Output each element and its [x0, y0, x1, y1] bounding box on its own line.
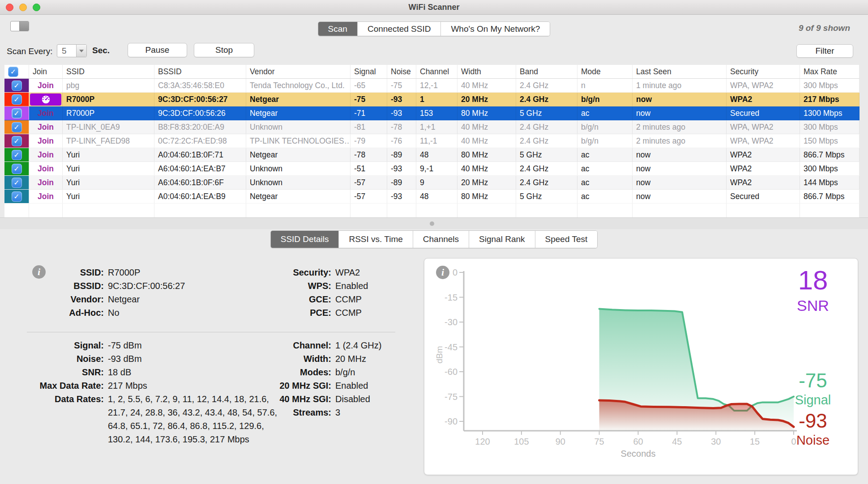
- empty-cell: [351, 204, 387, 217]
- detail-field: 20 MHz SGI:Enabled: [224, 379, 394, 392]
- join-cell: Join: [29, 79, 63, 92]
- cell-signal: -65: [351, 79, 387, 92]
- cell-width: 40 MHz: [458, 134, 516, 148]
- cell-signal: -75: [351, 93, 387, 106]
- detail-field: Security:WPA2: [224, 266, 394, 279]
- row-checkbox[interactable]: ✓: [12, 108, 22, 119]
- table-row[interactable]: ✓JoinTP-LINK_FAED980C:72:2C:FA:ED:98TP-L…: [4, 134, 859, 148]
- join-button[interactable]: Join: [38, 81, 54, 90]
- gauge-button[interactable]: [30, 93, 61, 106]
- tab-connected-ssid[interactable]: Connected SSID: [358, 22, 441, 36]
- cell-bssid: A0:04:60:1A:EA:B9: [154, 190, 246, 203]
- field-value: 3: [335, 406, 340, 419]
- table-row[interactable]: ✓R7000P9C:3D:CF:00:56:27Netgear-75-93120…: [4, 93, 859, 106]
- row-checkbox[interactable]: ✓: [12, 122, 22, 132]
- field-value: CCMP: [335, 306, 362, 319]
- row-checkbox[interactable]: ✓: [12, 136, 22, 146]
- field-value: 18 dB: [108, 365, 131, 379]
- row-color-swatch: ✓: [4, 134, 29, 148]
- join-button[interactable]: Join: [38, 136, 54, 146]
- row-checkbox[interactable]: ✓: [12, 178, 22, 188]
- row-checkbox[interactable]: ✓: [12, 164, 22, 174]
- channel-info-block: Channel:1 (2.4 GHz)Width:20 MHzModes:b/g…: [224, 339, 394, 419]
- cell-band: 2.4 GHz: [516, 79, 577, 92]
- titlebar: WiFi Scanner: [0, 0, 868, 15]
- field-label: Width:: [224, 352, 331, 365]
- svg-text:45: 45: [672, 437, 682, 446]
- stop-button[interactable]: Stop: [194, 43, 254, 57]
- column-header-ssid: SSID: [63, 65, 154, 78]
- table-row[interactable]: ✓JoinYuriA6:04:60:1B:0F:6FUnknown-57-899…: [4, 176, 859, 190]
- join-button[interactable]: Join: [38, 109, 54, 118]
- interval-select[interactable]: 5: [57, 44, 87, 57]
- network-table: ✓JoinSSIDBSSIDVendorSignalNoiseChannelWi…: [4, 65, 859, 218]
- splitter-dot-icon: [430, 221, 434, 226]
- detail-tab-ssid-details[interactable]: SSID Details: [271, 231, 339, 248]
- cell-max-rate: 217 Mbps: [800, 93, 859, 106]
- cell-last-seen: 2 minutes ago: [633, 134, 727, 148]
- tab-scan[interactable]: Scan: [318, 22, 358, 36]
- column-header-band: Band: [516, 65, 577, 78]
- row-checkbox[interactable]: ✓: [12, 191, 22, 202]
- row-checkbox[interactable]: ✓: [12, 94, 22, 105]
- cell-ssid: TP-LINK_0EA9: [63, 120, 154, 134]
- cell-bssid: 9C:3D:CF:00:56:27: [154, 93, 246, 106]
- row-checkbox[interactable]: ✓: [12, 81, 22, 91]
- pause-button[interactable]: Pause: [128, 43, 187, 57]
- join-button[interactable]: Join: [38, 178, 54, 187]
- empty-row: [4, 204, 859, 218]
- tab-who-s-on-my-network[interactable]: Who's On My Network?: [441, 22, 550, 36]
- table-row[interactable]: ✓JoinYuriA0:04:60:1B:0F:71Netgear-78-894…: [4, 148, 859, 162]
- field-label: Max Data Rate:: [27, 379, 104, 392]
- table-row[interactable]: ✓JoinpbgC8:3A:35:46:58:E0Tenda Technolog…: [4, 79, 859, 93]
- row-color-swatch: ✓: [4, 162, 29, 175]
- join-button[interactable]: Join: [38, 150, 54, 160]
- cell-channel: 153: [416, 106, 458, 120]
- detail-tab-speed-test[interactable]: Speed Test: [535, 231, 598, 248]
- cell-security: Secured: [727, 106, 800, 120]
- detail-field: SSID:R7000P: [27, 266, 242, 279]
- splitter-handle[interactable]: [0, 217, 868, 229]
- cell-ssid: Yuri: [63, 176, 154, 189]
- cell-band: 2.4 GHz: [516, 176, 577, 189]
- select-all-header-cell[interactable]: ✓: [4, 65, 29, 78]
- detail-field: GCE:CCMP: [224, 293, 394, 306]
- table-row[interactable]: ✓JoinYuriA6:04:60:1A:EA:B7Unknown-51-939…: [4, 162, 859, 176]
- cell-vendor: Netgear: [246, 190, 351, 203]
- cell-band: 2.4 GHz: [516, 93, 577, 106]
- cell-signal: -78: [351, 148, 387, 161]
- filter-button[interactable]: Filter: [796, 44, 853, 58]
- row-checkbox[interactable]: ✓: [12, 150, 22, 160]
- join-button[interactable]: Join: [38, 192, 54, 201]
- cell-last-seen: 1 minute ago: [633, 79, 727, 92]
- join-button[interactable]: Join: [38, 164, 54, 174]
- field-value: R7000P: [108, 266, 140, 279]
- join-cell: Join: [29, 106, 63, 120]
- cell-band: 2.4 GHz: [516, 120, 577, 134]
- table-row[interactable]: ✓JoinTP-LINK_0EA9B8:F8:83:20:0E:A9Unknow…: [4, 120, 859, 134]
- column-header-width: Width: [458, 65, 516, 78]
- table-row[interactable]: ✓JoinYuriA0:04:60:1A:EA:B9Netgear-57-934…: [4, 190, 859, 204]
- column-header-max-rate: Max Rate: [800, 65, 859, 78]
- field-label: GCE:: [224, 293, 331, 306]
- cell-channel: 1,+1: [416, 120, 458, 134]
- column-header-vendor: Vendor: [246, 65, 351, 78]
- cell-signal: -71: [351, 106, 387, 120]
- join-cell: Join: [29, 176, 63, 189]
- select-all-checkbox[interactable]: ✓: [8, 67, 18, 77]
- cell-vendor: Unknown: [246, 176, 351, 189]
- join-button[interactable]: Join: [38, 123, 54, 132]
- svg-text:-75: -75: [445, 392, 458, 402]
- cell-width: 80 MHz: [458, 148, 516, 161]
- cell-security: WPA2: [727, 148, 800, 161]
- detail-tab-rssi-vs-time[interactable]: RSSI vs. Time: [339, 231, 413, 248]
- field-value: 20 MHz: [335, 352, 366, 365]
- detail-tab-signal-rank[interactable]: Signal Rank: [469, 231, 535, 248]
- detail-tab-channels[interactable]: Channels: [413, 231, 469, 248]
- field-label: Ad-Hoc:: [27, 306, 104, 319]
- main-tab-bar: ScanConnected SSIDWho's On My Network?: [318, 21, 551, 36]
- table-row[interactable]: ✓JoinR7000P9C:3D:CF:00:56:26Netgear-71-9…: [4, 106, 859, 120]
- join-cell: Join: [29, 190, 63, 203]
- field-label: Data Rates:: [27, 392, 104, 446]
- column-header-last-seen: Last Seen: [633, 65, 727, 78]
